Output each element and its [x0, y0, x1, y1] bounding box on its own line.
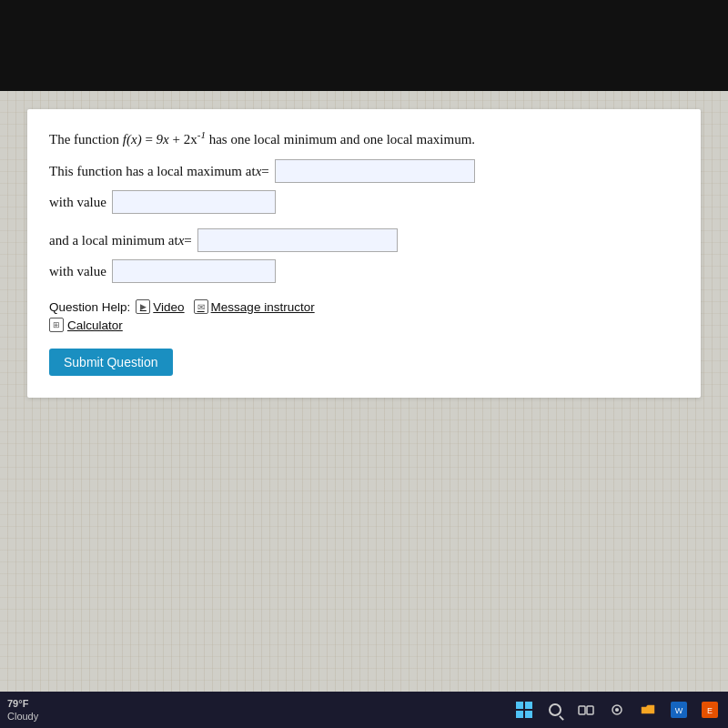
- camera-button[interactable]: [606, 699, 628, 721]
- local-max-x-row: This function has a local maximum at x =: [49, 159, 679, 183]
- svg-point-3: [615, 708, 619, 712]
- weather-temp: 79°F: [7, 697, 38, 710]
- app2-icon: E: [702, 702, 718, 718]
- svg-rect-1: [587, 706, 593, 714]
- video-label: Video: [153, 300, 184, 314]
- local-max-x-input[interactable]: [275, 159, 475, 183]
- x-var-min: x: [178, 233, 185, 248]
- message-instructor-label: Message instructor: [211, 300, 315, 314]
- svg-text:W: W: [675, 706, 683, 715]
- windows-start-button[interactable]: [513, 699, 535, 721]
- video-link[interactable]: ▶ Video: [136, 299, 184, 314]
- with-value-min: with value: [49, 264, 106, 279]
- help-label: Question Help:: [49, 300, 130, 314]
- local-max-value-row: with value: [49, 190, 679, 214]
- search-button[interactable]: [544, 699, 566, 721]
- function-label: f(x): [123, 132, 142, 147]
- app1-button[interactable]: W: [668, 699, 690, 721]
- search-icon: [549, 703, 561, 716]
- windows-logo-icon: [516, 702, 532, 718]
- message-instructor-link[interactable]: ✉ Message instructor: [194, 299, 315, 314]
- task-view-button[interactable]: [575, 699, 597, 721]
- submit-label: Submit Question: [64, 355, 158, 369]
- weather-condition: Cloudy: [7, 710, 38, 723]
- func-suffix: has one local minimum and one local maxi…: [206, 132, 475, 147]
- taskbar: 79°F Cloudy: [0, 692, 728, 728]
- svg-rect-0: [579, 706, 585, 714]
- func-expr-part1: 9x: [157, 132, 169, 147]
- help-row: Question Help: ▶ Video ✉ Message instruc…: [49, 299, 679, 314]
- local-min-x-row: and a local minimum at x =: [49, 228, 679, 252]
- folder-icon: [640, 702, 656, 718]
- func-exponent: -1: [197, 129, 206, 140]
- folder-button[interactable]: [637, 699, 659, 721]
- local-min-x-input[interactable]: [197, 228, 398, 252]
- local-max-prefix: This function has a local maximum at: [49, 164, 256, 179]
- app1-icon: W: [671, 702, 687, 718]
- screen-content: The function f(x) = 9x + 2x-1 has one lo…: [0, 91, 728, 692]
- local-max-value-input[interactable]: [112, 190, 276, 214]
- question-text-prefix: The function: [49, 132, 123, 147]
- app2-button[interactable]: E: [699, 699, 721, 721]
- submit-question-button[interactable]: Submit Question: [49, 349, 173, 376]
- func-equals: =: [142, 132, 157, 147]
- calculator-row: ⊞ Calculator: [49, 318, 679, 332]
- func-plus: + 2x: [169, 132, 197, 147]
- calculator-label: Calculator: [67, 318, 123, 332]
- camera-icon: [609, 702, 625, 718]
- equals-min: =: [184, 233, 191, 248]
- envelope-icon: ✉: [194, 299, 208, 314]
- with-value-max: with value: [49, 195, 106, 210]
- question-card: The function f(x) = 9x + 2x-1 has one lo…: [27, 109, 701, 398]
- taskbar-weather: 79°F Cloudy: [7, 697, 38, 723]
- taskbar-icons: W E: [513, 699, 721, 721]
- svg-text:E: E: [707, 706, 713, 715]
- local-min-value-input[interactable]: [112, 259, 276, 283]
- calculator-link[interactable]: Calculator: [67, 318, 123, 332]
- calculator-icon: ⊞: [49, 318, 64, 332]
- task-view-icon: [578, 702, 594, 718]
- play-icon: ▶: [136, 299, 150, 314]
- local-min-value-row: with value: [49, 259, 679, 283]
- x-var-max: x: [256, 164, 262, 179]
- equals-max: =: [261, 164, 268, 179]
- local-min-prefix: and a local minimum at: [49, 233, 178, 248]
- question-description: The function f(x) = 9x + 2x-1 has one lo…: [49, 127, 679, 150]
